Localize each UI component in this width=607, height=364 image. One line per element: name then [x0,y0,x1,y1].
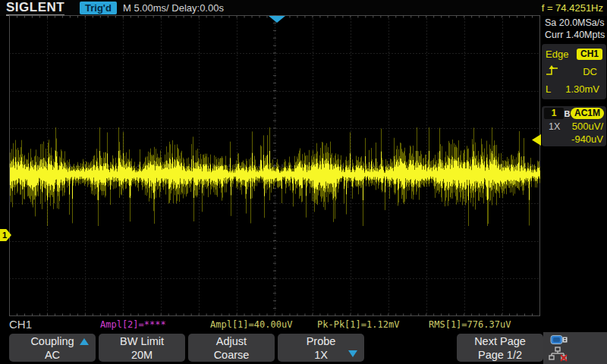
probe-button[interactable]: Probe 1X [278,334,364,362]
bw-limit-button-label: BW Limit [99,334,185,348]
probe-button-label: Probe [278,334,364,348]
lan-disconnected-icon [548,347,569,362]
channel-info-panel: 1 B AC1M 1X 500uV/ -940uV [542,106,606,146]
sample-rate-readout: Sa 20.0MSa/s [545,17,605,28]
channel-coupling-badge: AC1M [571,108,604,119]
bw-limit-button[interactable]: BW Limit 20M [99,334,185,362]
measurement-ampl1: Ampl[1]=40.00uV [210,319,292,330]
coupling-button[interactable]: Coupling AC [9,334,96,362]
trigger-coupling-label: DC [583,66,597,77]
memory-depth-readout: Curr 1.40Mpts [545,30,605,40]
measurement-ampl2: Ampl[2]=**** [100,319,166,330]
trigger-info-panel: Edge CH1 DC L 1.30mV [542,44,606,99]
trigger-level-value: 1.30mV [565,83,599,95]
active-channel-label: CH1 [9,318,32,331]
trigger-position-marker-icon[interactable] [269,16,285,23]
measurement-pkpk1: Pk-Pk[1]=1.12mV [317,319,399,330]
waveform-display [0,15,541,317]
trigger-source-badge: CH1 [577,49,602,60]
trigger-type-label: Edge [546,49,568,60]
channel-number-chip: 1 [544,108,564,119]
rising-edge-icon [546,64,561,79]
right-sidebar: Sa 20.0MSa/s Curr 1.40Mpts Edge CH1 DC L [541,16,607,317]
down-arrow-icon [348,350,357,357]
adjust-button[interactable]: Adjust Coarse [188,334,275,362]
probe-attenuation-readout: 1X [549,121,560,132]
measurement-bar: CH1 Ampl[2]=**** Ampl[1]=40.00uV Pk-Pk[1… [0,316,607,332]
adjust-button-label: Adjust [188,334,275,348]
timebase-readout: M 5.00ms/ Delay:0.00s [123,2,224,14]
channel-offset-readout: -940uV [571,133,603,145]
frequency-counter: f = 74.4251Hz [542,2,603,14]
usb-icon [550,334,570,345]
bandwidth-limit-flag: B [565,109,571,118]
next-page-button-label: Next Page [457,334,543,348]
measurement-rms1: RMS[1]=776.37uV [429,319,511,330]
top-status-bar: SIGLENT Trig'd M 5.00ms/ Delay:0.00s f =… [0,0,607,16]
coupling-button-value: AC [9,348,96,362]
oscilloscope-screen: SIGLENT Trig'd M 5.00ms/ Delay:0.00s f =… [0,0,607,364]
status-icon-panel [543,332,607,364]
softkey-menu-bar: Coupling AC BW Limit 20M Adjust Coarse P… [0,332,607,364]
adjust-button-value: Coarse [188,348,275,362]
volts-per-div-readout: 500uV/ [572,121,603,132]
brand-logo: SIGLENT [6,1,64,16]
next-page-button-value: Page 1/2 [457,348,543,362]
trigger-level-label: L [546,83,551,95]
next-page-button[interactable]: Next Page Page 1/2 [457,334,543,362]
trigger-status-badge: Trig'd [80,2,117,14]
up-arrow-icon [80,338,89,345]
bw-limit-button-value: 20M [99,348,185,362]
